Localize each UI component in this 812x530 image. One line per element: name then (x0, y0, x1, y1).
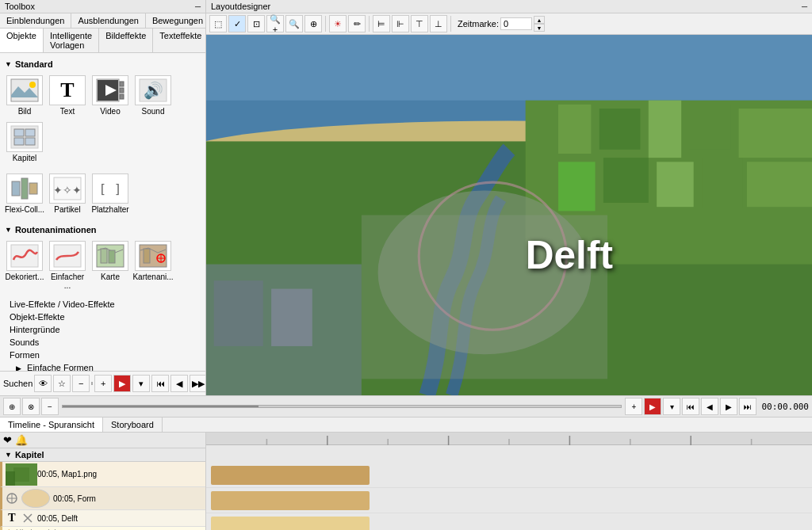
tb-pen-btn[interactable]: ✏ (348, 15, 366, 32)
tl-row-map[interactable]: 00:05, Map1.png (0, 462, 205, 487)
tl-prev-btn[interactable]: ◀ (701, 398, 718, 415)
search-star-btn[interactable]: ☆ (53, 375, 71, 392)
icon-partikel-box: ✦✧✦ (49, 173, 86, 204)
tl-rewind-btn[interactable]: ⏮ (682, 398, 699, 415)
svg-rect-27 (144, 249, 150, 263)
map-container: Delft (206, 35, 812, 395)
svg-rect-40 (739, 109, 812, 158)
section-formen[interactable]: Formen (3, 349, 202, 361)
map-svg: Delft (206, 35, 812, 395)
section-formen-label: Formen (10, 350, 40, 360)
section-live-label: Live-Effekte / Video-Effekte (10, 299, 115, 309)
tl-icon2[interactable]: 🔔 (15, 434, 28, 446)
subsection-einfache-formen[interactable]: ▶ Einfache Formen (3, 361, 202, 371)
icon-partikel[interactable]: ✦✧✦ Partikel (46, 170, 89, 217)
icon-kartenani[interactable]: Kartenani... (132, 238, 174, 293)
svg-rect-45 (747, 162, 812, 207)
search-minus-btn[interactable]: − (72, 375, 90, 392)
svg-rect-25 (109, 250, 115, 263)
section-standard[interactable]: Standard (3, 56, 202, 72)
tb-zoomin-btn[interactable]: 🔍+ (266, 15, 284, 32)
icon-partikel-label: Partikel (54, 205, 80, 214)
designer-minimize-btn[interactable]: ─ (802, 2, 807, 11)
timeline-content: ❤ 🔔 ▼ Kapitel 00:05, Map1.png (0, 433, 812, 530)
tl-ctrl4[interactable]: + (625, 398, 642, 415)
einfache-arrow: ▶ (16, 364, 21, 371)
tb-align-up-btn[interactable]: ⊤ (411, 15, 428, 32)
tl-ctrl1[interactable]: ⊕ (3, 398, 21, 415)
designer-title-label: Layoutdesigner (211, 2, 270, 11)
search-eye-btn[interactable]: 👁 (34, 375, 52, 392)
icon-platzhalter[interactable]: [ ] Platzhalter (89, 170, 132, 217)
svg-rect-38 (649, 101, 681, 158)
svg-rect-7 (120, 88, 124, 93)
spin-up[interactable]: ▲ (534, 16, 545, 24)
section-live-effekte[interactable]: Live-Effekte / Video-Effekte (3, 298, 202, 311)
section-routen[interactable]: Routenanimationen (3, 222, 202, 238)
tb-search-btn[interactable]: ⊕ (304, 15, 322, 32)
tab-timeline[interactable]: Timeline - Spuransicht (0, 418, 103, 432)
section-standard-label: Standard (15, 59, 53, 69)
icon-dekoriert-label: Dekoriert... (6, 273, 44, 281)
tl-fwd-btn[interactable]: ⏭ (739, 398, 756, 415)
search-fwd-btn[interactable]: ▶▶ (190, 375, 206, 392)
tl-row-form[interactable]: 00:05, Form (0, 487, 205, 510)
icon-kapitel[interactable]: Kapitel (3, 119, 46, 166)
icon-flexi[interactable]: Flexi-Coll... (3, 170, 46, 217)
tab-einblendungen[interactable]: Einblendungen (0, 13, 71, 28)
tb-zoomout-btn[interactable]: 🔍 (285, 15, 303, 32)
tab-intelligente-vorlagen[interactable]: Intelligente Vorlagen (44, 29, 99, 52)
search-prev-btn[interactable]: ◀ (170, 375, 188, 392)
toolbox-tabs: Einblendungen Ausblendungen Bewegungen D… (0, 13, 205, 29)
search-arrow-btn[interactable]: ▾ (132, 375, 150, 392)
zeitmarke-spinner: ▲ ▼ (534, 16, 545, 32)
zeitmarke-label: Zeitmarke: (458, 19, 499, 29)
tb-align-left-btn[interactable]: ⊨ (373, 15, 390, 32)
tl-row-text[interactable]: T 00:05, Delft (0, 510, 205, 527)
tl-icon1[interactable]: ❤ (3, 434, 12, 446)
tb-crop-btn[interactable]: ⊡ (247, 15, 265, 32)
track-bar-map[interactable] (211, 466, 370, 485)
search-plus-btn[interactable]: + (94, 375, 112, 392)
search-play-btn[interactable]: ▶ (113, 375, 131, 392)
tl-text-label: 00:05, Delft (37, 514, 78, 523)
section-hintergruende[interactable]: Hintergründe (3, 323, 202, 336)
track-bar-text[interactable] (211, 517, 370, 531)
toolbox-minimize-btn[interactable]: ─ (195, 2, 201, 11)
tl-ctrl2[interactable]: ⊗ (22, 398, 40, 415)
icon-text[interactable]: T Text (46, 72, 89, 119)
tab-ausblendungen[interactable]: Ausblendungen (71, 13, 145, 28)
tb-select-btn[interactable]: ⬚ (209, 15, 227, 32)
tab-texteffekte[interactable]: Texteffekte (153, 29, 206, 52)
tb-align-down-btn[interactable]: ⊥ (430, 15, 447, 32)
section-sounds[interactable]: Sounds (3, 336, 202, 349)
search-rewind-btn[interactable]: ⏮ (151, 375, 169, 392)
tl-play-btn[interactable]: ▶ (644, 398, 661, 415)
tb-lasso-btn[interactable]: ☀ (329, 15, 347, 32)
canvas-area: Delft (206, 35, 812, 395)
tab-objekte[interactable]: Objekte (0, 29, 44, 52)
icon-sound[interactable]: 🔊 Sound (132, 72, 174, 119)
tl-arrow-btn[interactable]: ▾ (663, 398, 680, 415)
zeitmarke-input[interactable] (500, 17, 532, 30)
tb-pointer-btn[interactable]: ✓ (228, 15, 246, 32)
icon-einfacher[interactable]: Einfacher ... (46, 238, 89, 293)
icon-bild[interactable]: Bild (3, 72, 46, 119)
tl-row-hint[interactable]: ⬟ Hierher ziehen, um ne... (0, 527, 205, 530)
tab-bildeffekte[interactable]: Bildeffekte (99, 29, 153, 52)
section-objekt-effekte[interactable]: Objekt-Effekte (3, 311, 202, 323)
standard-icons: Bild T Text Video 🔊 Sound (3, 72, 202, 166)
tl-next-btn[interactable]: ▶ (720, 398, 737, 415)
tb-align-right-btn[interactable]: ⊩ (392, 15, 409, 32)
section-sounds-label: Sounds (10, 337, 39, 347)
tl-ctrl3[interactable]: − (41, 398, 59, 415)
tab-storyboard[interactable]: Storyboard (103, 418, 163, 432)
icon-karte[interactable]: Karte (89, 238, 132, 293)
icon-bild-label: Bild (18, 107, 32, 116)
icon-dekoriert[interactable]: Dekoriert... (3, 238, 46, 293)
tab-bewegungen[interactable]: Bewegungen (146, 13, 206, 28)
spin-down[interactable]: ▼ (534, 24, 545, 32)
icon-video[interactable]: Video (89, 72, 132, 119)
track-bar-form[interactable] (211, 491, 370, 510)
svg-rect-16 (12, 181, 20, 196)
